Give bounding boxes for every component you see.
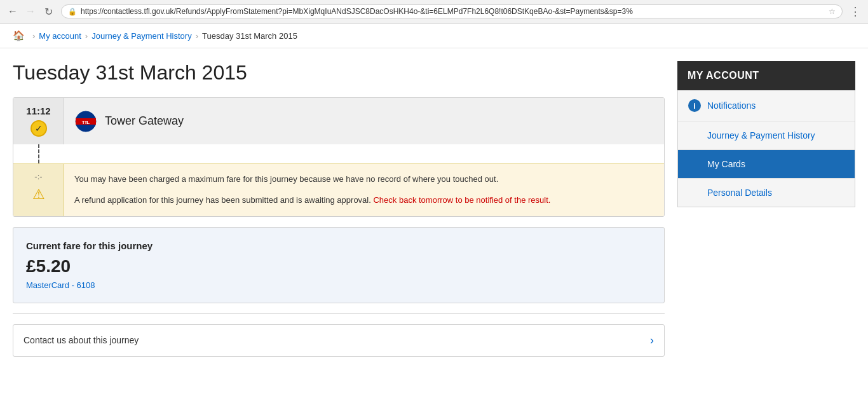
fare-card: MasterCard - 6108 bbox=[26, 280, 651, 290]
sidebar: MY ACCOUNT i Notifications Journey & Pay… bbox=[677, 61, 855, 357]
warning-time-dashes: -:- bbox=[34, 172, 42, 181]
home-icon[interactable]: 🏠 bbox=[13, 30, 25, 41]
warning-icon: ⚠ bbox=[32, 186, 45, 203]
nav-buttons: ← → ↻ bbox=[5, 4, 56, 19]
svg-text:TfL: TfL bbox=[82, 119, 90, 125]
breadcrumb-current: Tuesday 31st March 2015 bbox=[202, 31, 297, 41]
sidebar-menu: i Notifications Journey & Payment Histor… bbox=[677, 90, 855, 207]
warning-text-2: A refund application for this journey ha… bbox=[74, 194, 654, 207]
sidebar-item-personal-details[interactable]: Personal Details bbox=[678, 179, 855, 207]
star-icon[interactable]: ☆ bbox=[829, 7, 836, 16]
journey-time: 11:12 bbox=[26, 106, 50, 116]
station-name: Tower Gateway bbox=[105, 114, 184, 128]
sidebar-item-personal-details-label: Personal Details bbox=[707, 188, 772, 198]
dashed-line bbox=[38, 144, 39, 163]
warning-check-back-link[interactable]: Check back tomorrow to be notified of th… bbox=[373, 195, 550, 205]
breadcrumb-my-account[interactable]: My account bbox=[39, 31, 81, 41]
fare-label: Current fare for this journey bbox=[26, 240, 651, 251]
main-content: Tuesday 31st March 2015 11:12 ✓ TfL Towe… bbox=[13, 61, 665, 357]
info-icon: i bbox=[688, 99, 701, 112]
forward-button[interactable]: → bbox=[23, 4, 38, 19]
page-wrapper: Tuesday 31st March 2015 11:12 ✓ TfL Towe… bbox=[0, 48, 868, 369]
journey-station-row: TfL Tower Gateway bbox=[64, 98, 664, 144]
back-button[interactable]: ← bbox=[5, 4, 20, 19]
fare-amount: £5.20 bbox=[26, 256, 651, 277]
sidebar-item-journey-history-label: Journey & Payment History bbox=[707, 130, 815, 141]
tfl-roundel-icon: TfL bbox=[74, 110, 97, 133]
breadcrumb-journey-history[interactable]: Journey & Payment History bbox=[92, 31, 192, 41]
sidebar-item-my-cards[interactable]: My Cards bbox=[678, 150, 855, 179]
sidebar-item-notifications-label: Notifications bbox=[707, 100, 756, 111]
contact-link-row[interactable]: Contact us about this journey › bbox=[13, 324, 665, 357]
connector-spacer bbox=[64, 144, 664, 163]
dashed-line-col bbox=[13, 144, 64, 163]
breadcrumb-sep-1: › bbox=[32, 31, 35, 41]
warning-text-2-before: A refund application for this journey ha… bbox=[74, 195, 373, 205]
browser-chrome: ← → ↻ 🔒 https://contactless.tfl.gov.uk/R… bbox=[0, 0, 868, 24]
lock-icon: 🔒 bbox=[68, 8, 77, 16]
breadcrumb-sep-2: › bbox=[85, 31, 88, 41]
reload-button[interactable]: ↻ bbox=[41, 4, 56, 19]
fare-section: Current fare for this journey £5.20 Mast… bbox=[13, 227, 665, 303]
warning-row: -:- ⚠ You may have been charged a maximu… bbox=[13, 163, 664, 216]
page-title: Tuesday 31st March 2015 bbox=[13, 61, 665, 85]
journey-header-row: 11:12 ✓ TfL Tower Gateway bbox=[13, 98, 664, 144]
divider bbox=[13, 313, 665, 314]
sidebar-header: MY ACCOUNT bbox=[677, 61, 855, 90]
checkmark-icon: ✓ bbox=[31, 120, 47, 137]
sidebar-item-my-cards-label: My Cards bbox=[707, 159, 745, 169]
dashed-connector bbox=[13, 144, 664, 163]
url-text: https://contactless.tfl.gov.uk/Refunds/A… bbox=[81, 7, 633, 16]
warning-time-col: -:- ⚠ bbox=[13, 164, 64, 216]
breadcrumb-sep-3: › bbox=[196, 31, 198, 41]
browser-menu-button[interactable]: ⋮ bbox=[848, 4, 863, 19]
sidebar-item-notifications[interactable]: i Notifications bbox=[678, 90, 855, 121]
sidebar-item-journey-history[interactable]: Journey & Payment History bbox=[678, 121, 855, 150]
breadcrumb: 🏠 › My account › Journey & Payment Histo… bbox=[0, 24, 868, 48]
journey-card: 11:12 ✓ TfL Tower Gateway bbox=[13, 97, 665, 217]
warning-content: You may have been charged a maximum fare… bbox=[64, 164, 664, 216]
chevron-right-icon: › bbox=[650, 334, 654, 347]
journey-time-col: 11:12 ✓ bbox=[13, 98, 64, 144]
address-bar[interactable]: 🔒 https://contactless.tfl.gov.uk/Refunds… bbox=[61, 4, 843, 18]
warning-text-1: You may have been charged a maximum fare… bbox=[74, 173, 654, 186]
contact-link-label: Contact us about this journey bbox=[24, 335, 139, 345]
